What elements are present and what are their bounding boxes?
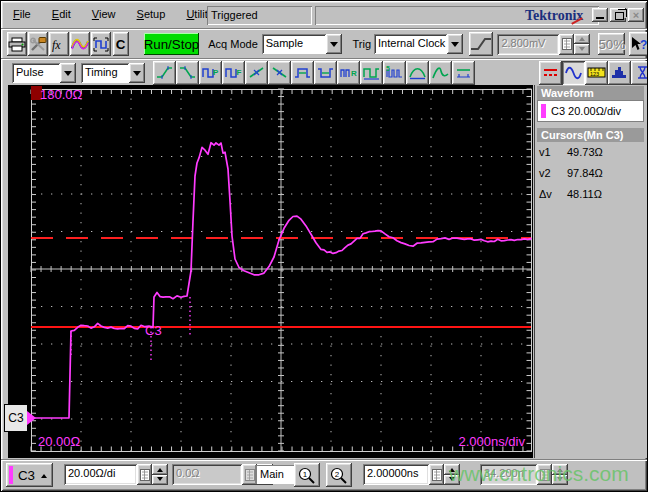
- minimize-icon: [596, 9, 604, 19]
- measure-rise-time-button[interactable]: [153, 61, 176, 85]
- vertical-bottom-readout: 20.00Ω: [38, 434, 80, 449]
- svg-text:fx: fx: [52, 38, 61, 52]
- trig-source-select[interactable]: Internal Clock: [374, 34, 463, 54]
- vertical-scale-value[interactable]: 20.00Ω/di: [64, 464, 137, 485]
- readout-toggle-button[interactable]: 123: [585, 61, 608, 85]
- restore-button[interactable]: [610, 8, 626, 22]
- waveform-entry[interactable]: C3 20.00Ω/div: [537, 100, 644, 122]
- measure-settle-button[interactable]: [452, 61, 475, 85]
- ruler-icon: 123: [587, 65, 606, 80]
- measure-period-button[interactable]: P: [199, 61, 222, 85]
- trig-slope-button[interactable]: [469, 32, 493, 56]
- gates-toggle-button[interactable]: [631, 61, 648, 85]
- measurement-toolbar: Pulse Timing P F R: [4, 60, 648, 85]
- color-wave-icon: [71, 37, 89, 52]
- clear-button[interactable]: C: [113, 32, 129, 56]
- chevron-down-icon[interactable]: [447, 34, 463, 54]
- spinner-up-icon[interactable]: [444, 464, 460, 475]
- minimize-button[interactable]: [592, 8, 608, 22]
- tools-icon: [29, 37, 47, 52]
- spinner-up-icon: [552, 464, 568, 475]
- acq-mode-select[interactable]: Sample: [262, 34, 342, 54]
- horizontal-scale-value[interactable]: 2.00000ns: [363, 464, 429, 485]
- measure-fall-time-button[interactable]: [176, 61, 199, 85]
- chevron-down-icon[interactable]: [60, 63, 76, 83]
- magnifier-2-icon: 2: [330, 467, 348, 484]
- context-help-button[interactable]: ?: [629, 32, 648, 56]
- sine-icon: [564, 65, 583, 80]
- measure-positive-width-button[interactable]: [291, 61, 314, 85]
- pulse-define-button[interactable]: [91, 32, 111, 56]
- rise-time-icon: [155, 65, 174, 80]
- svg-text:F: F: [237, 68, 242, 77]
- menu-edit[interactable]: Edit: [43, 5, 80, 23]
- pulse-value: Pulse: [12, 63, 60, 83]
- menu-file[interactable]: File: [4, 5, 40, 23]
- tektronix-logo: Tektronix: [525, 8, 583, 24]
- trig-label: Trig: [353, 38, 372, 50]
- gate-icon: [633, 65, 648, 80]
- svg-text:?: ?: [640, 38, 647, 52]
- keypad-icon[interactable]: [429, 464, 444, 485]
- mag2-zoom-button[interactable]: 2: [326, 463, 352, 487]
- spinner-up-icon[interactable]: [152, 464, 168, 475]
- cursors-panel-title: Cursors(Mn C3): [537, 128, 644, 142]
- set-50pct-button: 50%: [598, 33, 625, 55]
- measure-positive-duty-button[interactable]: [360, 61, 383, 85]
- measure-positive-cross-button[interactable]: [245, 61, 268, 85]
- chevron-down-icon[interactable]: [129, 63, 145, 83]
- measure-burst-count-button[interactable]: 5: [383, 61, 406, 85]
- timing-select[interactable]: Timing: [81, 63, 145, 83]
- keypad-icon[interactable]: [137, 464, 152, 485]
- measure-negative-cross-button[interactable]: [268, 61, 291, 85]
- trig-source-value: Internal Clock: [374, 34, 447, 54]
- rising-edge-icon: [469, 35, 493, 53]
- measure-frequency-button[interactable]: F: [222, 61, 245, 85]
- cursors-toggle-button[interactable]: [539, 61, 562, 85]
- readout-panel: Waveform C3 20.00Ω/div Cursors(Mn C3) v1…: [534, 85, 647, 458]
- spinner-down-icon: [552, 475, 568, 486]
- close-button[interactable]: ×: [628, 8, 644, 22]
- print-button[interactable]: [7, 32, 27, 56]
- run-stop-button[interactable]: Run/Stop: [144, 33, 200, 55]
- spinner-up-icon[interactable]: [574, 34, 590, 45]
- spinner-down-icon[interactable]: [574, 44, 590, 55]
- measure-burst-width-button[interactable]: R: [337, 61, 360, 85]
- svg-text:R: R: [351, 69, 357, 78]
- timebase-mode-field[interactable]: Main: [256, 465, 294, 484]
- status-bar: C3 20.00Ω/di 0.0Ω Main: [4, 461, 646, 489]
- period-icon: P: [201, 65, 220, 80]
- channel-c3-button[interactable]: C3: [6, 463, 53, 487]
- cursor-row-dv: Δv 48.11Ω: [539, 188, 602, 200]
- measure-area-button[interactable]: [406, 61, 429, 85]
- waveform-toggle-button[interactable]: [562, 61, 585, 85]
- measure-peak-button[interactable]: [429, 61, 452, 85]
- tools-button[interactable]: [28, 32, 48, 56]
- close-icon: ×: [633, 10, 639, 21]
- bracket-pulse-icon: [92, 37, 110, 52]
- svg-text:123: 123: [590, 71, 599, 77]
- svg-text:1: 1: [303, 470, 308, 479]
- menu-view[interactable]: View: [83, 5, 125, 23]
- waveform-database-button[interactable]: [70, 32, 90, 56]
- keypad-icon: [242, 464, 257, 485]
- math-fx-button[interactable]: fx: [49, 32, 69, 56]
- pulse-select[interactable]: Pulse: [12, 63, 76, 83]
- horizontal-scale-spinner[interactable]: 2.00000ns: [363, 464, 460, 485]
- histogram-toggle-button[interactable]: [608, 61, 631, 85]
- trigger-status: Triggered: [207, 6, 312, 25]
- chevron-down-icon[interactable]: [326, 34, 342, 54]
- keypad-icon[interactable]: [559, 34, 574, 55]
- positive-width-icon: [293, 65, 312, 80]
- cursor-v2-value: 97.84Ω: [567, 167, 603, 179]
- svg-text:5: 5: [386, 65, 390, 72]
- mag1-zoom-button[interactable]: 1: [294, 463, 320, 487]
- channel-marker[interactable]: C3: [4, 404, 28, 432]
- vertical-scale-spinner[interactable]: 20.00Ω/di: [64, 464, 168, 485]
- spinner-down-icon[interactable]: [444, 475, 460, 486]
- horizontal-position-spinner: 34.200n: [480, 464, 568, 485]
- spinner-down-icon[interactable]: [152, 475, 168, 486]
- menu-setup[interactable]: Setup: [128, 5, 175, 23]
- measure-negative-width-button[interactable]: [314, 61, 337, 85]
- cursor-row-v2: v2 97.84Ω: [539, 167, 603, 179]
